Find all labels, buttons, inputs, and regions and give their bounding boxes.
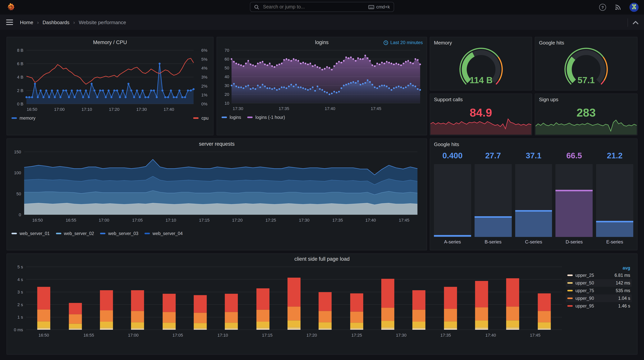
legend-item-web-server-01[interactable]: web_server_01 (12, 231, 50, 236)
legend-item-web-server-04[interactable]: web_server_04 (144, 231, 183, 236)
svg-text:60: 60 (224, 57, 229, 62)
bar-fill (596, 221, 633, 237)
svg-text:10: 10 (224, 101, 229, 106)
legend-avg-value: 1.04 s (618, 296, 630, 300)
server-requests-chart: 15010050016:5016:5517:0017:0517:1017:151… (10, 148, 424, 229)
legend-item-cpu[interactable]: cpu (194, 116, 208, 120)
svg-text:17:00: 17:00 (98, 218, 109, 222)
svg-text:17:40: 17:40 (324, 106, 335, 111)
legend-label: web_server_01 (20, 231, 50, 236)
svg-text:16:50: 16:50 (32, 218, 42, 222)
panel-title[interactable]: server requests (7, 139, 427, 147)
svg-text:17:45: 17:45 (399, 218, 409, 222)
panel-title[interactable]: client side full page load (7, 254, 637, 262)
bar-value: 0.400 (434, 151, 471, 162)
svg-text:17:20: 17:20 (306, 333, 317, 338)
svg-text:17:35: 17:35 (278, 106, 289, 111)
panel-title[interactable]: Google hits (539, 40, 564, 46)
svg-text:17:10: 17:10 (82, 107, 92, 112)
panel-title[interactable]: Google hits (434, 142, 459, 147)
bar-gauge-column-b: 27.7 B-series (474, 151, 512, 247)
support-calls-value: 84.9 (430, 106, 532, 119)
svg-text:3 s: 3 s (18, 290, 23, 294)
svg-text:17:10: 17:10 (218, 333, 228, 338)
legend-avg-value: 142 ms (616, 281, 630, 285)
bar-value: 66.5 (556, 151, 593, 162)
breadcrumb-bar: Home › Dashboards › Website performance (0, 14, 644, 30)
svg-text:17:35: 17:35 (440, 333, 451, 338)
svg-text:17:20: 17:20 (109, 107, 120, 112)
legend-avg-value: 1.46 s (618, 304, 630, 308)
time-range-label: Last 20 minutes (390, 40, 423, 45)
legend-item-upper-50[interactable]: upper_50 142 ms (566, 279, 632, 287)
legend-item-upper-25[interactable]: upper_25 6.81 ms (566, 272, 632, 279)
svg-text:17:00: 17:00 (128, 333, 138, 338)
legend-label: logins (-1 hour) (255, 115, 285, 120)
svg-text:150: 150 (14, 150, 21, 154)
breadcrumb-dashboards[interactable]: Dashboards (42, 19, 70, 25)
panel-title[interactable]: Memory (434, 40, 452, 46)
grafana-logo-icon[interactable] (6, 3, 15, 12)
legend-item-logins[interactable]: logins (222, 115, 241, 120)
panel-title[interactable]: Support calls (434, 96, 463, 102)
legend-item-logins-prev[interactable]: logins (-1 hour) (247, 115, 285, 120)
rss-news-icon[interactable] (614, 4, 622, 11)
menu-icon[interactable] (6, 20, 13, 25)
sign-ups-value: 283 (535, 106, 637, 119)
search-input[interactable] (262, 4, 368, 10)
breadcrumb: Home › Dashboards › Website performance (20, 19, 126, 25)
top-nav: cmd+k ? (0, 0, 644, 15)
legend-label: upper_50 (576, 281, 616, 285)
time-range-badge[interactable]: Last 20 minutes (384, 40, 423, 45)
logins-prev-swatch (247, 116, 252, 118)
svg-text:20: 20 (224, 92, 229, 97)
svg-text:17:30: 17:30 (136, 107, 147, 112)
svg-text:2%: 2% (201, 84, 208, 88)
svg-text:16:50: 16:50 (38, 333, 49, 338)
legend-item-upper-90[interactable]: upper_90 1.04 s (566, 294, 632, 302)
svg-text:4%: 4% (201, 66, 208, 70)
memory-cpu-chart: 8 B6 B4 B2 B0 B6%5%4%3%2%1%0%16:5017:001… (10, 46, 210, 114)
bar-label: A-series (434, 237, 471, 247)
legend-label: memory (20, 116, 36, 120)
panel-title[interactable]: Memory / CPU (7, 37, 213, 46)
bar-value: 21.2 (596, 151, 633, 162)
search-bar[interactable]: cmd+k (250, 2, 394, 12)
breadcrumb-home[interactable]: Home (20, 19, 33, 25)
panel-server-requests: server requests 15010050016:5016:5517:00… (6, 138, 427, 250)
upper-25-swatch (567, 274, 573, 276)
legend-label: upper_25 (576, 273, 614, 278)
panel-google-hits-bars: Google hits 0.400 A-series 27.7 B-series… (430, 138, 638, 250)
shortcut-hint: cmd+k (368, 4, 390, 10)
clock-icon (384, 40, 388, 45)
svg-text:17:30: 17:30 (232, 106, 243, 111)
legend-item-web-server-02[interactable]: web_server_02 (56, 231, 94, 236)
bar-label: B-series (474, 237, 512, 247)
bar-value: 27.7 (474, 151, 512, 162)
panel-memory-cpu: Memory / CPU 8 B6 B4 B2 B0 B6%5%4%3%2%1%… (6, 37, 214, 135)
web-server-01-swatch (12, 233, 17, 234)
svg-text:8 B: 8 B (17, 48, 24, 53)
legend-label: web_server_03 (108, 231, 138, 236)
svg-text:16:55: 16:55 (66, 218, 76, 222)
legend-label: web_server_04 (152, 231, 183, 236)
legend-item-upper-75[interactable]: upper_75 535 ms (566, 287, 632, 294)
legend-item-upper-95[interactable]: upper_95 1.46 s (566, 302, 632, 310)
cpu-line (26, 58, 194, 84)
svg-text:0 ms: 0 ms (14, 328, 23, 332)
panel-google-hits-gauge: Google hits 57.1 (535, 37, 638, 90)
svg-text:17:15: 17:15 (262, 333, 272, 338)
chevron-up-icon[interactable] (632, 20, 639, 25)
legend-item-web-server-03[interactable]: web_server_03 (100, 231, 138, 236)
google-hits-gauge: 57.1 (557, 45, 615, 89)
svg-text:5%: 5% (201, 57, 208, 62)
panel-title[interactable]: Sign ups (539, 96, 558, 102)
legend-item-memory[interactable]: memory (12, 116, 36, 120)
legend-avg-header[interactable]: avg (566, 264, 632, 272)
svg-text:100: 100 (14, 170, 21, 175)
memory-line (26, 64, 194, 97)
user-avatar[interactable] (630, 3, 639, 12)
grafana-dashboard: cmd+k ? Home › (0, 0, 644, 360)
help-icon[interactable]: ? (599, 4, 606, 11)
svg-text:17:30: 17:30 (396, 333, 406, 338)
